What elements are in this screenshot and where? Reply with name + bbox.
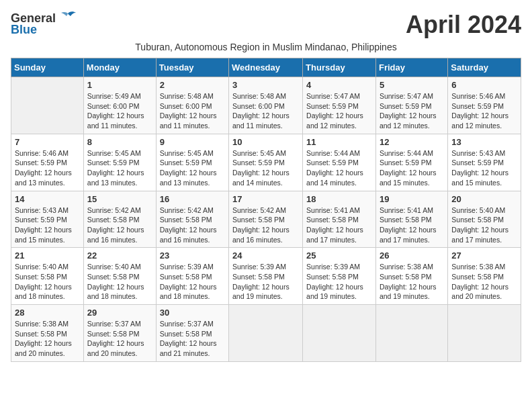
calendar-cell: 30Sunrise: 5:37 AM Sunset: 5:58 PM Dayli… <box>156 305 228 362</box>
day-info: Sunrise: 5:49 AM Sunset: 6:00 PM Dayligh… <box>87 91 152 131</box>
day-info: Sunrise: 5:41 AM Sunset: 5:58 PM Dayligh… <box>380 205 444 245</box>
calendar-cell: 3Sunrise: 5:48 AM Sunset: 6:00 PM Daylig… <box>229 77 303 134</box>
day-number: 5 <box>380 80 444 90</box>
day-info: Sunrise: 5:41 AM Sunset: 5:58 PM Dayligh… <box>306 205 372 245</box>
day-number: 25 <box>306 250 372 261</box>
column-header-friday: Friday <box>375 58 447 77</box>
day-info: Sunrise: 5:45 AM Sunset: 5:59 PM Dayligh… <box>232 148 299 188</box>
calendar-cell: 16Sunrise: 5:42 AM Sunset: 5:58 PM Dayli… <box>156 191 228 248</box>
day-number: 9 <box>160 137 225 147</box>
day-number: 10 <box>232 137 299 147</box>
day-number: 7 <box>15 137 80 147</box>
calendar-cell: 20Sunrise: 5:40 AM Sunset: 5:58 PM Dayli… <box>448 191 521 248</box>
calendar-cell: 22Sunrise: 5:40 AM Sunset: 5:58 PM Dayli… <box>83 248 156 305</box>
day-number: 1 <box>87 80 152 90</box>
calendar-cell: 27Sunrise: 5:38 AM Sunset: 5:58 PM Dayli… <box>448 248 521 305</box>
column-header-saturday: Saturday <box>448 58 521 77</box>
day-info: Sunrise: 5:38 AM Sunset: 5:58 PM Dayligh… <box>15 319 80 359</box>
day-number: 22 <box>87 250 152 261</box>
day-info: Sunrise: 5:42 AM Sunset: 5:58 PM Dayligh… <box>87 205 152 245</box>
calendar-cell: 10Sunrise: 5:45 AM Sunset: 5:59 PM Dayli… <box>229 134 303 191</box>
calendar-cell: 15Sunrise: 5:42 AM Sunset: 5:58 PM Dayli… <box>83 191 156 248</box>
day-number: 19 <box>380 194 444 204</box>
day-number: 20 <box>451 194 517 204</box>
calendar-cell: 18Sunrise: 5:41 AM Sunset: 5:58 PM Dayli… <box>303 191 376 248</box>
column-header-monday: Monday <box>83 58 156 77</box>
day-info: Sunrise: 5:40 AM Sunset: 5:58 PM Dayligh… <box>15 262 80 302</box>
header: General Blue April 2024 <box>11 11 521 39</box>
calendar-cell: 23Sunrise: 5:39 AM Sunset: 5:58 PM Dayli… <box>156 248 228 305</box>
day-info: Sunrise: 5:39 AM Sunset: 5:58 PM Dayligh… <box>306 262 372 302</box>
calendar-table: SundayMondayTuesdayWednesdayThursdayFrid… <box>11 58 521 362</box>
calendar-cell: 21Sunrise: 5:40 AM Sunset: 5:58 PM Dayli… <box>11 248 84 305</box>
day-number: 12 <box>380 137 444 147</box>
calendar-cell: 2Sunrise: 5:48 AM Sunset: 6:00 PM Daylig… <box>156 77 228 134</box>
day-info: Sunrise: 5:45 AM Sunset: 5:59 PM Dayligh… <box>160 148 225 188</box>
calendar-cell <box>375 305 447 362</box>
column-header-thursday: Thursday <box>303 58 376 77</box>
day-info: Sunrise: 5:46 AM Sunset: 5:59 PM Dayligh… <box>451 91 517 131</box>
day-info: Sunrise: 5:38 AM Sunset: 5:58 PM Dayligh… <box>380 262 444 302</box>
calendar-cell: 19Sunrise: 5:41 AM Sunset: 5:58 PM Dayli… <box>375 191 447 248</box>
calendar-cell: 28Sunrise: 5:38 AM Sunset: 5:58 PM Dayli… <box>11 305 84 362</box>
day-number: 21 <box>15 250 80 261</box>
column-header-wednesday: Wednesday <box>229 58 303 77</box>
calendar-cell: 4Sunrise: 5:47 AM Sunset: 5:59 PM Daylig… <box>303 77 376 134</box>
calendar-week-5: 28Sunrise: 5:38 AM Sunset: 5:58 PM Dayli… <box>11 305 521 362</box>
logo-bird-icon <box>58 11 77 26</box>
day-number: 6 <box>451 80 517 90</box>
day-info: Sunrise: 5:37 AM Sunset: 5:58 PM Dayligh… <box>87 319 152 359</box>
day-info: Sunrise: 5:48 AM Sunset: 6:00 PM Dayligh… <box>160 91 225 131</box>
logo: General Blue <box>11 11 77 37</box>
day-info: Sunrise: 5:42 AM Sunset: 5:58 PM Dayligh… <box>232 205 299 245</box>
day-info: Sunrise: 5:37 AM Sunset: 5:58 PM Dayligh… <box>160 319 225 359</box>
day-number: 30 <box>160 308 225 318</box>
day-number: 16 <box>160 194 225 204</box>
calendar-cell: 17Sunrise: 5:42 AM Sunset: 5:58 PM Dayli… <box>229 191 303 248</box>
calendar-cell <box>229 305 303 362</box>
day-number: 2 <box>160 80 225 90</box>
calendar-cell: 12Sunrise: 5:44 AM Sunset: 5:59 PM Dayli… <box>375 134 447 191</box>
day-info: Sunrise: 5:38 AM Sunset: 5:58 PM Dayligh… <box>451 262 517 302</box>
calendar-week-2: 7Sunrise: 5:46 AM Sunset: 5:59 PM Daylig… <box>11 134 521 191</box>
calendar-cell: 25Sunrise: 5:39 AM Sunset: 5:58 PM Dayli… <box>303 248 376 305</box>
calendar-cell: 6Sunrise: 5:46 AM Sunset: 5:59 PM Daylig… <box>448 77 521 134</box>
day-number: 29 <box>87 308 152 318</box>
day-number: 23 <box>160 250 225 261</box>
calendar-week-3: 14Sunrise: 5:43 AM Sunset: 5:59 PM Dayli… <box>11 191 521 248</box>
calendar-header-row: SundayMondayTuesdayWednesdayThursdayFrid… <box>11 58 521 77</box>
day-number: 26 <box>380 250 444 261</box>
calendar-cell: 13Sunrise: 5:43 AM Sunset: 5:59 PM Dayli… <box>448 134 521 191</box>
calendar-cell: 26Sunrise: 5:38 AM Sunset: 5:58 PM Dayli… <box>375 248 447 305</box>
day-info: Sunrise: 5:47 AM Sunset: 5:59 PM Dayligh… <box>380 91 444 131</box>
day-info: Sunrise: 5:39 AM Sunset: 5:58 PM Dayligh… <box>232 262 299 302</box>
day-info: Sunrise: 5:44 AM Sunset: 5:59 PM Dayligh… <box>306 148 372 188</box>
calendar-cell: 29Sunrise: 5:37 AM Sunset: 5:58 PM Dayli… <box>83 305 156 362</box>
calendar-cell: 14Sunrise: 5:43 AM Sunset: 5:59 PM Dayli… <box>11 191 84 248</box>
day-info: Sunrise: 5:40 AM Sunset: 5:58 PM Dayligh… <box>87 262 152 302</box>
calendar-week-4: 21Sunrise: 5:40 AM Sunset: 5:58 PM Dayli… <box>11 248 521 305</box>
day-info: Sunrise: 5:47 AM Sunset: 5:59 PM Dayligh… <box>306 91 372 131</box>
calendar-cell <box>448 305 521 362</box>
calendar-cell: 7Sunrise: 5:46 AM Sunset: 5:59 PM Daylig… <box>11 134 84 191</box>
day-number: 4 <box>306 80 372 90</box>
day-number: 15 <box>87 194 152 204</box>
day-info: Sunrise: 5:46 AM Sunset: 5:59 PM Dayligh… <box>15 148 80 188</box>
day-info: Sunrise: 5:45 AM Sunset: 5:59 PM Dayligh… <box>87 148 152 188</box>
column-header-sunday: Sunday <box>11 58 84 77</box>
calendar-body: 1Sunrise: 5:49 AM Sunset: 6:00 PM Daylig… <box>11 77 521 362</box>
calendar-week-1: 1Sunrise: 5:49 AM Sunset: 6:00 PM Daylig… <box>11 77 521 134</box>
calendar-cell <box>303 305 376 362</box>
day-number: 3 <box>232 80 299 90</box>
day-info: Sunrise: 5:39 AM Sunset: 5:58 PM Dayligh… <box>160 262 225 302</box>
day-info: Sunrise: 5:42 AM Sunset: 5:58 PM Dayligh… <box>160 205 225 245</box>
day-number: 27 <box>451 250 517 261</box>
day-number: 24 <box>232 250 299 261</box>
day-number: 17 <box>232 194 299 204</box>
day-info: Sunrise: 5:40 AM Sunset: 5:58 PM Dayligh… <box>451 205 517 245</box>
calendar-cell <box>11 77 84 134</box>
month-title: April 2024 <box>406 11 521 39</box>
day-number: 13 <box>451 137 517 147</box>
calendar-cell: 24Sunrise: 5:39 AM Sunset: 5:58 PM Dayli… <box>229 248 303 305</box>
calendar-cell: 9Sunrise: 5:45 AM Sunset: 5:59 PM Daylig… <box>156 134 228 191</box>
